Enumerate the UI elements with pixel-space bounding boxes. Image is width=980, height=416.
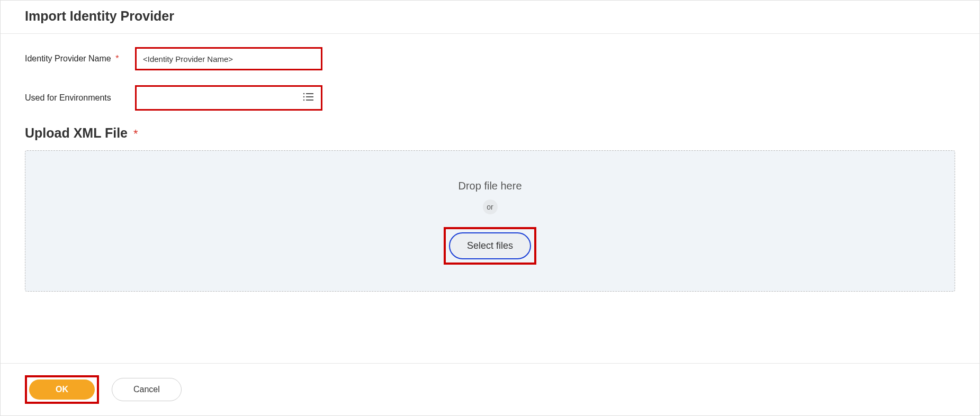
- svg-point-2: [303, 96, 305, 98]
- footer-section: OK Cancel: [1, 363, 979, 415]
- page-title: Import Identity Provider: [25, 8, 955, 24]
- drop-file-text: Drop file here: [458, 180, 522, 192]
- ok-button-highlight: OK: [25, 375, 99, 404]
- select-files-button[interactable]: Select files: [449, 232, 531, 259]
- upload-title: Upload XML File *: [25, 125, 955, 141]
- identity-provider-name-input-wrapper: [135, 47, 322, 70]
- file-dropzone[interactable]: Drop file here or Select files: [25, 150, 955, 292]
- identity-provider-name-input[interactable]: [135, 47, 322, 70]
- environments-row: Used for Environments: [25, 85, 955, 111]
- svg-rect-1: [306, 93, 313, 94]
- required-asterisk: *: [133, 127, 138, 140]
- svg-point-4: [303, 100, 305, 101]
- ok-button[interactable]: OK: [29, 379, 95, 400]
- cancel-button[interactable]: Cancel: [112, 378, 182, 401]
- upload-title-text: Upload XML File: [25, 125, 128, 140]
- list-icon: [303, 93, 313, 103]
- header-section: Import Identity Provider: [1, 1, 979, 34]
- svg-point-0: [303, 93, 305, 95]
- select-files-highlight: Select files: [444, 227, 536, 265]
- required-asterisk: *: [115, 54, 119, 63]
- page-container: Import Identity Provider Identity Provid…: [0, 0, 980, 416]
- label-text: Identity Provider Name: [25, 54, 111, 63]
- or-badge: or: [483, 200, 498, 214]
- environments-label: Used for Environments: [25, 93, 135, 103]
- upload-section: Upload XML File * Drop file here or Sele…: [1, 125, 979, 292]
- environments-select[interactable]: [135, 85, 322, 111]
- identity-provider-name-row: Identity Provider Name *: [25, 47, 955, 70]
- identity-provider-name-label: Identity Provider Name *: [25, 54, 135, 64]
- form-section: Identity Provider Name * Used for Enviro…: [1, 34, 979, 111]
- svg-rect-3: [306, 96, 313, 97]
- svg-rect-5: [306, 100, 313, 101]
